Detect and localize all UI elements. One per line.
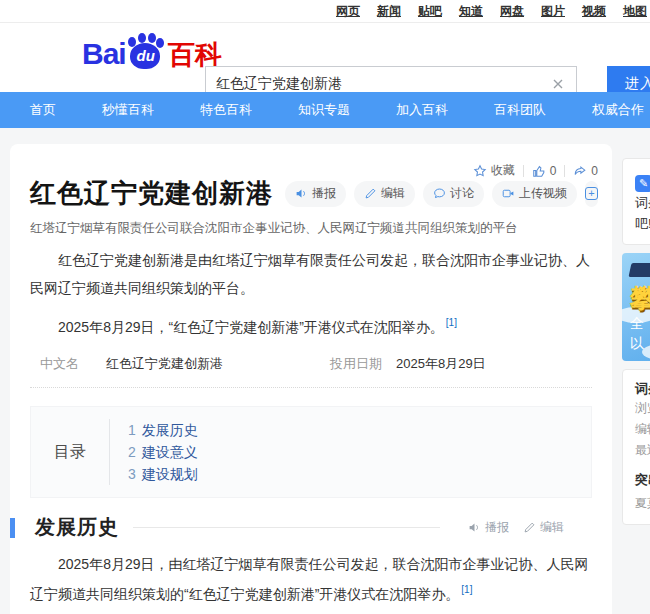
info-value: 红色辽宁党建创新港 [106,355,223,373]
more-actions-button[interactable]: + [585,181,598,207]
reference-link[interactable]: [1] [446,317,457,328]
video-camera-icon [502,187,515,200]
topnav-link-netdisk[interactable]: 网盘 [500,3,524,20]
banner-text: 以 [630,335,644,353]
contributors-title: 突出贡献榜 [635,471,650,489]
banner-decoration [629,263,650,277]
summary-paragraph: 2025年8月29日，“红色辽宁党建创新港”开港仪式在沈阳举办。[1] [30,311,592,339]
speaker-icon [295,187,308,200]
section-edit-button[interactable]: 编辑 [523,519,564,536]
section-title: 发展历史 [35,514,119,541]
topnav-link-tieba[interactable]: 贴吧 [418,3,442,20]
nav-quanwei[interactable]: 权威合作 [592,101,644,119]
nav-home[interactable]: 首页 [30,101,56,119]
info-item-chinese-name: 中文名 红色辽宁党建创新港 [40,355,330,373]
summary-text: 红色辽宁党建创新港是由红塔辽宁烟草有限责任公司发起，联合沈阳市企事业记协、人民网… [30,252,590,296]
header: Bai du 百科 进入词条 [0,23,650,92]
contributor-name[interactable]: 夏莫 [635,495,650,512]
table-of-contents: 目录 1发展历史 2建设意义 3建设规划 [30,406,592,498]
speaker-icon [468,521,481,534]
pencil-icon [364,187,377,200]
edit-prompt-card[interactable]: ✎ 词条 吧! [622,158,650,245]
main-nav: 首页 秒懂百科 特色百科 知识专题 加入百科 百科团队 权威合作 [0,92,650,128]
nav-join[interactable]: 加入百科 [396,101,448,119]
edit-button[interactable]: 编辑 [354,181,415,207]
title-row: 红色辽宁党建创新港 播报 编辑 讨论 [30,176,592,211]
toc-item-significance[interactable]: 2建设意义 [128,441,198,463]
stats-title: 词条统计 [635,380,650,398]
page-title: 红色辽宁党建创新港 [30,176,273,211]
promo-banner[interactable]: 攀 全 以 [622,253,650,361]
toc-item-history[interactable]: 1发展历史 [128,419,198,441]
section-paragraph: 2025年8月29日，由红塔辽宁烟草有限责任公司发起，联合沈阳市企事业记协、人民… [30,552,592,607]
baidu-baike-logo[interactable]: Bai du 百科 [82,35,222,71]
topnav-link-zhidao[interactable]: 知道 [459,3,483,20]
nav-zhuanti[interactable]: 知识专题 [298,101,350,119]
stat-views: 浏览次数: [635,398,650,419]
search-input[interactable] [216,76,550,92]
logo-text-du: du [128,47,164,64]
reference-link[interactable]: [1] [461,584,472,595]
edit-card-text: 词条 [635,195,650,210]
pencil-icon [523,521,536,534]
section-divider-line [133,527,440,528]
pencil-square-icon: ✎ [635,175,650,192]
banner-text: 全 [630,315,644,333]
upload-video-button[interactable]: 上传视频 [492,181,577,207]
section-header-history: 发展历史 播报 编辑 [30,514,592,541]
info-item-launch-date: 投用日期 2025年8月29日 [330,355,592,373]
entry-stats-card: 词条统计 浏览次数: 编辑次数: 最近更新: 突出贡献榜 夏莫 [622,369,650,525]
summary-paragraph: 红色辽宁党建创新港是由红塔辽宁烟草有限责任公司发起，联合沈阳市企事业记协、人民网… [30,248,592,300]
discuss-button[interactable]: 讨论 [423,181,484,207]
summary-text: 2025年8月29日，“红色辽宁党建创新港”开港仪式在沈阳举办。 [58,318,444,334]
topnav-link-images[interactable]: 图片 [541,3,565,20]
topnav-link-maps[interactable]: 地图 [623,3,647,20]
broadcast-button[interactable]: 播报 [285,181,346,207]
upload-video-label: 上传视频 [519,185,567,202]
lemma-description: 红塔辽宁烟草有限责任公司联合沈阳市企事业记协、人民网辽宁频道共同组织策划的平台 [30,220,592,237]
baike-page: 网页 新闻 贴吧 知道 网盘 图片 视频 地图 文库 Bai du 百科 [0,0,650,614]
info-value: 2025年8月29日 [396,355,486,373]
toc-title: 目录 [31,442,109,463]
topnav-link-webpage[interactable]: 网页 [336,3,360,20]
edit-label: 编辑 [381,185,405,202]
section-marker [10,518,15,538]
chat-bubble-icon [433,187,446,200]
info-label: 投用日期 [330,355,396,373]
nav-team[interactable]: 百科团队 [494,101,546,119]
plus-icon: + [585,187,598,200]
discuss-label: 讨论 [450,185,474,202]
banner-headline: 攀 [630,281,650,316]
toc-item-planning[interactable]: 3建设规划 [128,463,198,485]
clear-search-icon[interactable] [550,76,566,92]
broadcast-label: 播报 [312,185,336,202]
logo-text-bai: Bai [82,37,126,71]
top-utility-nav: 网页 新闻 贴吧 知道 网盘 图片 视频 地图 文库 [0,0,650,23]
baidu-paw-icon: du [128,35,164,71]
nav-miaodong[interactable]: 秒懂百科 [102,101,154,119]
stat-updated: 最近更新: [635,440,650,461]
stat-edits: 编辑次数: [635,419,650,440]
section-broadcast-button[interactable]: 播报 [468,519,509,536]
topnav-link-video[interactable]: 视频 [582,3,606,20]
info-label: 中文名 [40,355,106,373]
right-sidebar: ✎ 词条 吧! 攀 全 以 词条统计 浏览次数: 编辑次数: 最近更新: 突出贡… [622,158,650,525]
nav-tese[interactable]: 特色百科 [200,101,252,119]
topnav-link-news[interactable]: 新闻 [377,3,401,20]
article-card: 收藏 0 0 红色辽宁党建创新港 [10,144,612,614]
edit-card-text: 吧! [635,216,650,231]
basic-info-table: 中文名 红色辽宁党建创新港 投用日期 2025年8月29日 [30,347,592,388]
